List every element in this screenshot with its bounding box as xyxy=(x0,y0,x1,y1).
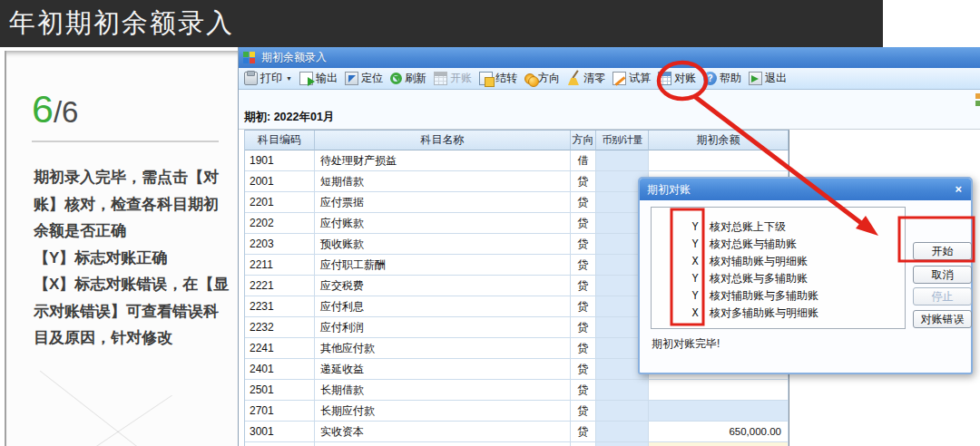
toolbar-button-export[interactable]: 输出 xyxy=(296,69,341,89)
app-logo-icon xyxy=(243,52,256,64)
cell-account-name: 资本公积 xyxy=(315,442,571,446)
toolbar-button-label: 试算 xyxy=(629,71,651,86)
table-row[interactable]: 2701长期应付款贷 xyxy=(245,401,789,422)
cell-account-name: 应付账款 xyxy=(315,213,571,234)
cell-account-code: 2001 xyxy=(245,171,315,192)
cell-account-code: 2202 xyxy=(245,213,315,234)
toolbar-button-locate[interactable]: 定位 xyxy=(341,69,387,89)
cell-account-name: 长期应付款 xyxy=(315,401,571,422)
toolbar-button-label: 退出 xyxy=(765,71,787,86)
top-banner: 年初期初余额录入 xyxy=(0,0,883,47)
toolbar-button-reconcile[interactable]: 对账 xyxy=(654,69,700,89)
toolbar-button-exit[interactable]: 退出 xyxy=(745,69,790,89)
cell-account-code: 2701 xyxy=(245,401,315,422)
table-header-row: 科目编码科目名称方向币别/计量期初余额 xyxy=(245,131,789,150)
cell-currency xyxy=(596,380,649,401)
trial-balance-icon xyxy=(612,72,626,85)
check-flag: Y xyxy=(688,221,702,234)
check-label: 核对辅助账与多辅助账 xyxy=(710,288,818,304)
check-result-row: X核对辅助账与明细账 xyxy=(652,253,905,270)
toolbar-button-open-account: 开账 xyxy=(430,69,475,89)
cell-account-name: 实收资本 xyxy=(315,422,571,442)
cell-currency xyxy=(596,422,649,442)
start-button[interactable]: 开始 xyxy=(913,242,972,260)
cell-direction: 贷 xyxy=(571,338,596,359)
window-titlebar: 期初余额录入 xyxy=(239,47,980,68)
cell-account-code: 2232 xyxy=(245,317,315,338)
cell-account-code: 2501 xyxy=(245,380,315,401)
toolbar: 打印▼输出定位刷新开账结转方向清零试算对账帮助退出 xyxy=(239,68,980,90)
cell-direction: 贷 xyxy=(571,234,596,255)
step-current: 6 xyxy=(32,87,54,131)
toolbar-button-help[interactable]: 帮助 xyxy=(700,69,745,89)
toolbar-button-label: 刷新 xyxy=(405,71,426,86)
column-header: 方向 xyxy=(571,131,596,150)
cell-opening-balance[interactable] xyxy=(649,150,789,171)
export-icon xyxy=(299,72,313,85)
cell-opening-balance[interactable]: 650,000.00 xyxy=(649,422,789,442)
table-row[interactable]: 1901待处理财产损益借 xyxy=(245,150,789,171)
cell-direction: 贷 xyxy=(571,255,596,276)
check-label: 核对总账与多辅助账 xyxy=(710,271,808,286)
refresh-icon xyxy=(390,73,402,84)
cell-direction: 贷 xyxy=(571,171,596,192)
direction-coins-icon xyxy=(524,73,535,84)
check-result-row: Y核对辅助账与多辅助账 xyxy=(652,287,905,305)
cell-account-code: 2231 xyxy=(245,296,315,317)
cell-currency xyxy=(596,150,649,171)
cell-direction: 贷 xyxy=(571,296,596,317)
reconcile-dialog: 期初对账 × Y核对总账上下级Y核对总账与辅助账X核对辅助账与明细账Y核对总账与… xyxy=(638,177,973,374)
cell-account-name: 应付职工薪酬 xyxy=(315,255,571,276)
cell-account-name: 待处理财产损益 xyxy=(315,150,571,171)
cell-account-name: 应付票据 xyxy=(315,192,571,213)
cell-direction: 贷 xyxy=(571,276,596,296)
cell-direction: 贷 xyxy=(571,422,596,442)
cell-account-name: 应交税费 xyxy=(315,276,571,296)
close-icon[interactable]: × xyxy=(953,183,964,196)
cancel-button[interactable]: 取消 xyxy=(913,266,972,284)
cell-account-code: 2211 xyxy=(245,255,315,276)
check-result-row: X核对多辅助账与明细账 xyxy=(652,305,905,322)
table-row[interactable]: 3001实收资本贷650,000.00 xyxy=(245,422,789,442)
printer-icon xyxy=(244,72,258,85)
exit-icon xyxy=(749,72,762,85)
toolbar-button-label: 结转 xyxy=(495,71,517,86)
toolbar-button-clear-zero[interactable]: 清零 xyxy=(564,69,609,89)
table-row[interactable]: 2501长期借款贷 xyxy=(245,380,789,401)
cell-account-code: 2203 xyxy=(245,234,315,255)
tutorial-paragraph: 期初录入完毕，需点击【对账】核对，检查各科目期初余额是否正确 xyxy=(34,164,230,245)
step-total: /6 xyxy=(54,95,79,130)
check-flag: Y xyxy=(688,290,702,303)
toolbar-button-printer[interactable]: 打印▼ xyxy=(240,69,296,89)
cell-account-code: 3001 xyxy=(245,422,315,442)
cell-opening-balance[interactable] xyxy=(649,401,789,422)
toolbar-button-label: 开账 xyxy=(450,71,472,86)
cell-account-code: 2221 xyxy=(245,276,315,296)
watermark-line xyxy=(40,371,169,446)
toolbar-button-carry-forward[interactable]: 结转 xyxy=(475,69,521,89)
check-flag: Y xyxy=(688,238,702,251)
toolbar-button-trial-balance[interactable]: 试算 xyxy=(609,69,654,89)
toolbar-button-label: 对账 xyxy=(674,71,696,86)
check-flag: X xyxy=(688,256,702,268)
cell-opening-balance[interactable] xyxy=(649,442,789,446)
toolbar-button-refresh[interactable]: 刷新 xyxy=(387,69,430,89)
cell-direction: 贷 xyxy=(571,442,596,446)
reconcile-errors-button[interactable]: 对账错误 xyxy=(913,310,972,328)
clipped-edge-icon xyxy=(975,93,980,106)
cell-direction: 贷 xyxy=(571,380,596,401)
table-row[interactable]: 3002资本公积贷 xyxy=(245,442,789,446)
cell-account-name: 应付利息 xyxy=(315,296,571,317)
cell-account-name: 短期借款 xyxy=(315,171,571,192)
check-label: 核对总账与辅助账 xyxy=(710,237,797,252)
clear-zero-icon xyxy=(567,72,581,85)
cell-account-code: 2401 xyxy=(245,359,315,380)
toolbar-button-direction-coins[interactable]: 方向 xyxy=(521,69,564,89)
dialog-titlebar[interactable]: 期初对账 × xyxy=(640,179,971,200)
cell-account-name: 递延收益 xyxy=(315,359,571,380)
column-header: 期初余额 xyxy=(649,131,789,150)
cell-direction: 贷 xyxy=(571,213,596,234)
toolbar-button-label: 定位 xyxy=(361,71,383,86)
cell-opening-balance[interactable] xyxy=(649,380,789,401)
tutorial-paragraph: 【X】标志对账错误，在【显示对账错误】可查看错误科目及原因，针对修改 xyxy=(34,271,230,352)
